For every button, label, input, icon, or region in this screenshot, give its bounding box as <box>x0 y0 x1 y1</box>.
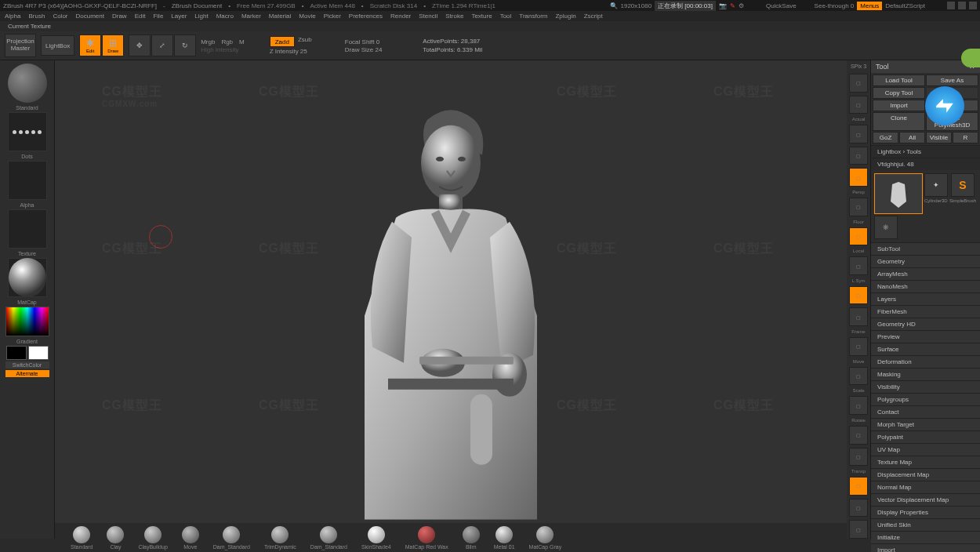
nav-icon-Transp[interactable]: ▢ <box>849 448 868 467</box>
mrgb-button[interactable]: Mrgb <box>201 38 215 45</box>
scale-button[interactable]: ⤢ <box>151 34 173 56</box>
tool-thumb-simplebrush[interactable]: S <box>951 173 975 197</box>
tray-skinshade4[interactable]: SkinShade4 <box>361 526 391 550</box>
m-button[interactable]: M <box>239 38 245 45</box>
accordion-polypaint[interactable]: Polypaint <box>871 430 980 443</box>
alpha-slot[interactable] <box>8 161 47 200</box>
tool-thumb-4[interactable]: ❋ <box>874 216 898 239</box>
tray-dam_standard[interactable]: Dam_Standard <box>213 526 250 550</box>
goz-r-button[interactable]: R <box>953 132 978 143</box>
accordion-polygroups[interactable]: Polygroups <box>871 393 980 405</box>
accordion-import[interactable]: Import <box>871 543 980 552</box>
rec-icon[interactable]: 📷 <box>719 2 727 9</box>
lightbox-tools-link[interactable]: Lightbox › Tools <box>871 145 980 158</box>
menu-draw[interactable]: Draw <box>112 13 127 20</box>
menu-transform[interactable]: Transform <box>519 13 547 20</box>
primary-color[interactable] <box>28 346 49 360</box>
menu-layer[interactable]: Layer <box>171 13 187 20</box>
accordion-contact[interactable]: Contact <box>871 405 980 418</box>
rgb-button[interactable]: Rgb <box>221 38 233 45</box>
nav-icon-17[interactable]: ▢ <box>849 520 868 539</box>
pencil-icon[interactable]: ✎ <box>730 2 735 9</box>
copy-tool-button[interactable]: Copy Tool <box>873 87 925 99</box>
tray-bllm[interactable]: Bllm <box>463 526 480 550</box>
tool-thumb-main[interactable] <box>874 173 923 214</box>
menu-movie[interactable]: Movie <box>299 13 315 20</box>
accordion-layers[interactable]: Layers <box>871 292 980 305</box>
nav-icon-Scale[interactable]: ▢ <box>849 367 868 386</box>
accordion-arraymesh[interactable]: ArrayMesh <box>871 267 980 280</box>
menu-brush[interactable]: Brush <box>28 13 45 20</box>
quicksave-button[interactable]: QuickSave <box>766 2 797 9</box>
accordion-geometry[interactable]: Geometry <box>871 255 980 267</box>
focal-shift-slider[interactable]: Focal Shift 0 <box>345 38 383 45</box>
zscript-label[interactable]: DefaultZScript <box>885 2 925 9</box>
accordion-texture-map[interactable]: Texture Map <box>871 456 980 468</box>
goz-button[interactable]: GoZ <box>873 132 898 143</box>
accordion-vector-displacement-map[interactable]: Vector Displacement Map <box>871 493 980 506</box>
save-as-button[interactable]: Save As <box>926 74 978 86</box>
menu-picker[interactable]: Picker <box>324 13 341 20</box>
accordion-normal-map[interactable]: Normal Map <box>871 481 980 493</box>
menu-tool[interactable]: Tool <box>500 13 512 20</box>
nav-icon-Move[interactable]: ▢ <box>849 337 868 356</box>
menu-light[interactable]: Light <box>194 13 208 20</box>
accordion-fibermesh[interactable]: FiberMesh <box>871 305 980 318</box>
nav-icon-16[interactable]: ▢ <box>849 499 868 518</box>
accordion-initialize[interactable]: Initialize <box>871 531 980 543</box>
load-tool-button[interactable]: Load Tool <box>873 74 925 86</box>
seethrough-slider[interactable]: See-through 0 <box>815 2 855 9</box>
menu-zscript[interactable]: Zscript <box>584 13 603 20</box>
accordion-preview[interactable]: Preview <box>871 330 980 343</box>
nav-icon-Rotate[interactable]: ▢ <box>849 396 868 415</box>
maximize-button[interactable] <box>958 2 966 9</box>
menu-zplugin[interactable]: Zplugin <box>555 13 575 20</box>
menu-preferences[interactable]: Preferences <box>349 13 383 20</box>
tray-claybuildup[interactable]: ClayBuildup <box>138 526 167 550</box>
menu-stroke[interactable]: Stroke <box>445 13 463 20</box>
menu-texture[interactable]: Texture <box>471 13 492 20</box>
accordion-unified-skin[interactable]: Unified Skin <box>871 518 980 531</box>
goz-all-button[interactable]: All <box>899 132 925 143</box>
lightbox-button[interactable]: LightBox <box>41 35 74 56</box>
accordion-subtool[interactable]: SubTool <box>871 242 980 255</box>
accordion-displacement-map[interactable]: Displacement Map <box>871 468 980 481</box>
nav-icon-3[interactable]: ▢ <box>849 147 868 165</box>
nav-icon-15[interactable]: ▢ <box>849 477 868 496</box>
texture-slot[interactable] <box>8 209 47 249</box>
accordion-surface[interactable]: Surface <box>871 343 980 355</box>
accordion-visibility[interactable]: Visibility <box>871 380 980 393</box>
secondary-color[interactable] <box>6 346 27 360</box>
brush-preview[interactable] <box>8 64 47 103</box>
menu-file[interactable]: File <box>153 13 163 20</box>
accordion-morph-target[interactable]: Morph Target <box>871 418 980 430</box>
nav-icon-2[interactable]: ▢ <box>849 125 868 143</box>
nav-icon-Frame[interactable]: ▢ <box>849 307 868 326</box>
nav-icon-0[interactable]: ▢ <box>849 74 868 93</box>
tray-standard[interactable]: Standard <box>71 526 93 550</box>
switchcolor-button[interactable]: SwitchColor <box>5 361 49 369</box>
stroke-preview[interactable] <box>8 112 47 151</box>
color-picker[interactable] <box>5 307 49 336</box>
goz-visible-button[interactable]: Visible <box>926 132 952 143</box>
draw-mode-button[interactable]: ⊞Draw <box>102 34 124 56</box>
zsub-button[interactable]: Zsub <box>298 36 312 47</box>
nav-icon-13[interactable]: ▢ <box>849 426 868 445</box>
edit-mode-button[interactable]: ✱Edit <box>79 34 101 56</box>
draw-size-slider[interactable]: Draw Size 24 <box>345 46 383 53</box>
menu-edit[interactable]: Edit <box>135 13 146 20</box>
menu-material[interactable]: Material <box>269 13 291 20</box>
close-button[interactable] <box>969 2 977 9</box>
accordion-nanomesh[interactable]: NanoMesh <box>871 280 980 292</box>
menu-color[interactable]: Color <box>53 13 67 20</box>
nav-icon-L.Sym[interactable]: ▢ <box>849 256 868 275</box>
accordion-uv-map[interactable]: UV Map <box>871 443 980 456</box>
material-preview[interactable] <box>8 258 47 297</box>
tray-move[interactable]: Move <box>182 526 199 550</box>
tray-clay[interactable]: Clay <box>107 526 124 550</box>
clone-button[interactable]: Clone <box>873 112 925 131</box>
accordion-display-properties[interactable]: Display Properties <box>871 506 980 518</box>
nav-icon-Actual[interactable]: ▢ <box>849 96 868 114</box>
accordion-geometry-hd[interactable]: Geometry HD <box>871 318 980 330</box>
viewport[interactable]: CG模型王 CGMXW.com CG模型王 CG模型王 CG模型王 CG模型王 … <box>55 60 847 539</box>
